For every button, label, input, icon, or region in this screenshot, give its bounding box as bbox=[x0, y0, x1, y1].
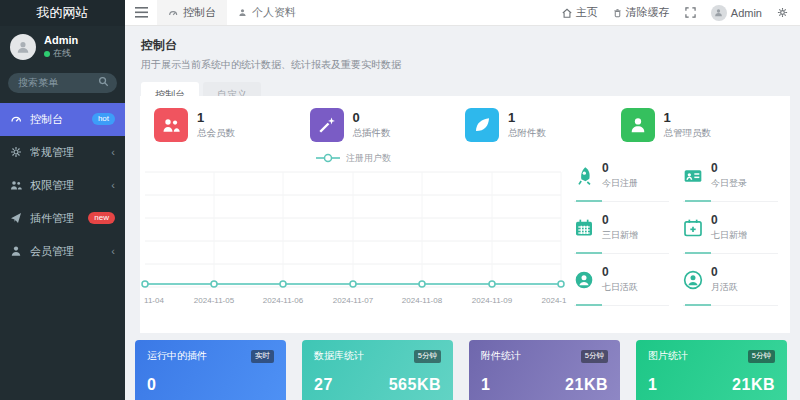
cogs-icon bbox=[10, 146, 23, 158]
card-title: 图片统计 bbox=[648, 349, 688, 363]
card-attachment-stats: 附件统计 5分钟 1 21KB bbox=[469, 340, 620, 400]
person-icon bbox=[16, 40, 30, 54]
navbar-tab-profile[interactable]: 个人资料 bbox=[227, 0, 307, 25]
mini-stats-grid: 0 今日注册 0 今日登录 0 三日新增 0 七日新增 0 七日活跃 bbox=[568, 142, 790, 308]
leaf-icon bbox=[465, 108, 499, 142]
users-icon bbox=[154, 108, 188, 142]
mini-value: 0 bbox=[602, 213, 638, 227]
sidebar-menu: 控制台 hot 常规管理 ‹ 权限管理 ‹ 插件管理 new 会员管理 ‹ bbox=[0, 103, 125, 268]
stat-card-admins: 1 总管理员数 bbox=[621, 108, 777, 142]
search-icon[interactable] bbox=[98, 76, 109, 87]
user-avatar[interactable] bbox=[10, 34, 36, 60]
user-name: Admin bbox=[44, 34, 78, 47]
x-tick: 2024-11-08 bbox=[402, 296, 442, 305]
mini-label: 今日注册 bbox=[602, 177, 638, 190]
x-tick: 11-04 bbox=[144, 296, 164, 305]
clear-cache-button[interactable]: 清除缓存 bbox=[613, 5, 670, 20]
mini-label: 月活跃 bbox=[711, 281, 738, 294]
user-icon bbox=[10, 245, 23, 257]
dashboard-panel: 1 总会员数 0 总插件数 1 总附件数 1 总管理员数 bbox=[140, 96, 790, 333]
stat-label: 总插件数 bbox=[353, 127, 391, 140]
registered-users-chart: 注册用户数 bbox=[140, 142, 568, 308]
user-circle-icon bbox=[574, 270, 594, 290]
top-navbar: 控制台 个人资料 主页 清除缓存 Admin bbox=[125, 0, 800, 26]
card-title: 运行中的插件 bbox=[147, 349, 207, 363]
navbar-avatar bbox=[711, 5, 727, 21]
site-title: 我的网站 bbox=[0, 0, 125, 26]
magic-wand-icon bbox=[310, 108, 344, 142]
home-icon bbox=[562, 8, 572, 18]
user-circle-icon bbox=[683, 270, 703, 290]
sidebar-item-general[interactable]: 常规管理 ‹ bbox=[0, 136, 125, 169]
user-menu[interactable]: Admin bbox=[711, 5, 762, 21]
stat-label: 总会员数 bbox=[197, 127, 235, 140]
clear-cache-label: 清除缓存 bbox=[626, 5, 670, 20]
card-title: 附件统计 bbox=[481, 349, 521, 363]
x-tick: 2024-11-07 bbox=[333, 296, 373, 305]
card-value: 1 bbox=[481, 376, 490, 394]
card-title: 数据库统计 bbox=[314, 349, 364, 363]
settings-button[interactable] bbox=[777, 7, 788, 18]
navbar-actions: 主页 清除缓存 Admin bbox=[562, 0, 800, 25]
interval-badge: 5分钟 bbox=[748, 350, 775, 363]
stat-card-plugins: 0 总插件数 bbox=[310, 108, 466, 142]
panel-lower: 注册用户数 bbox=[140, 142, 790, 308]
id-card-icon bbox=[683, 166, 703, 186]
tab-label: 个人资料 bbox=[252, 5, 296, 20]
mini-label: 七日新增 bbox=[711, 229, 747, 242]
chevron-left-icon: ‹ bbox=[111, 245, 115, 257]
chart-legend[interactable]: 注册用户数 bbox=[316, 153, 391, 163]
user-profile: Admin 在线 bbox=[0, 26, 125, 66]
mini-stat-month-active: 0 月活跃 bbox=[683, 254, 778, 306]
sidebar-item-label: 权限管理 bbox=[30, 178, 104, 193]
line-chart: 注册用户数 bbox=[140, 148, 568, 296]
mini-label: 三日新增 bbox=[602, 229, 638, 242]
sidebar-item-label: 会员管理 bbox=[30, 244, 104, 259]
home-button[interactable]: 主页 bbox=[562, 5, 598, 20]
chevron-left-icon: ‹ bbox=[111, 179, 115, 191]
interval-badge: 5分钟 bbox=[581, 350, 608, 363]
interval-badge: 5分钟 bbox=[414, 350, 441, 363]
hamburger-icon[interactable] bbox=[125, 0, 157, 25]
status-label: 在线 bbox=[53, 47, 71, 60]
rocket-icon bbox=[574, 166, 594, 186]
dashboard-icon bbox=[10, 113, 23, 125]
user-status: 在线 bbox=[44, 47, 78, 60]
navbar-tab-dashboard[interactable]: 控制台 bbox=[157, 0, 227, 25]
mini-value: 0 bbox=[602, 265, 638, 279]
card-value: 27 bbox=[314, 376, 333, 394]
sidebar-item-label: 控制台 bbox=[30, 112, 85, 127]
sidebar-item-plugins[interactable]: 插件管理 new bbox=[0, 202, 125, 235]
card-database-stats: 数据库统计 5分钟 27 565KB bbox=[302, 340, 453, 400]
trash-icon bbox=[613, 8, 622, 18]
mini-label: 七日活跃 bbox=[602, 281, 638, 294]
sidebar-item-dashboard[interactable]: 控制台 hot bbox=[0, 103, 125, 136]
mini-value: 0 bbox=[711, 265, 738, 279]
hot-badge: hot bbox=[92, 113, 115, 125]
mini-stat-today-registered: 0 今日注册 bbox=[574, 150, 669, 202]
stat-card-members: 1 总会员数 bbox=[154, 108, 310, 142]
grid-vertical bbox=[214, 172, 561, 287]
x-tick: 2024-11-09 bbox=[472, 296, 512, 305]
chevron-left-icon: ‹ bbox=[111, 146, 115, 158]
home-label: 主页 bbox=[576, 5, 598, 20]
gear-icon bbox=[777, 7, 788, 18]
mini-stat-3day-new: 0 三日新增 bbox=[574, 202, 669, 254]
stat-card-attachments: 1 总附件数 bbox=[465, 108, 621, 142]
card-value-right: 565KB bbox=[389, 376, 441, 394]
sidebar-item-permissions[interactable]: 权限管理 ‹ bbox=[0, 169, 125, 202]
sidebar-item-members[interactable]: 会员管理 ‹ bbox=[0, 235, 125, 268]
card-value-right: 21KB bbox=[732, 376, 775, 394]
stat-label: 总管理员数 bbox=[664, 127, 712, 140]
mini-value: 0 bbox=[711, 161, 747, 175]
tab-label: 控制台 bbox=[183, 5, 216, 20]
dashboard-icon bbox=[168, 8, 178, 18]
mini-stat-7day-new: 0 七日新增 bbox=[683, 202, 778, 254]
fullscreen-button[interactable] bbox=[685, 7, 696, 18]
x-tick: 2024-1 bbox=[542, 296, 567, 305]
user-icon bbox=[238, 8, 247, 17]
stat-value: 0 bbox=[353, 110, 391, 125]
stat-value: 1 bbox=[508, 110, 546, 125]
card-value: 0 bbox=[147, 376, 156, 394]
calendar-plus-icon bbox=[683, 218, 703, 238]
